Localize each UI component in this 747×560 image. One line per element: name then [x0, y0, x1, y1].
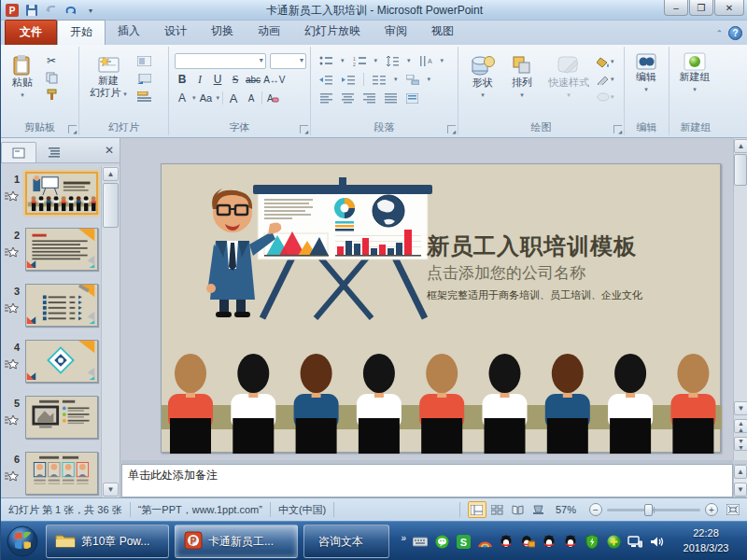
fit-to-window-icon[interactable]: [724, 501, 742, 518]
slideshow-view-icon[interactable]: [529, 501, 548, 518]
scroll-up-icon[interactable]: ▲: [734, 139, 747, 153]
ribbon-tab-视图[interactable]: 视图: [419, 20, 466, 45]
slide-thumbnail-1[interactable]: 1: [1, 170, 100, 218]
columns-icon[interactable]: [372, 72, 387, 87]
clipboard-dialog-launcher[interactable]: [68, 125, 77, 133]
qq-bag-tray-icon[interactable]: [520, 534, 535, 549]
panel-scroll-thumb[interactable]: [103, 183, 119, 228]
clear-formatting-icon[interactable]: A: [265, 91, 280, 105]
language-indicator[interactable]: 中文(中国): [278, 503, 326, 517]
panel-scroll-down-icon[interactable]: ▼: [103, 483, 119, 497]
align-center-icon[interactable]: [340, 91, 355, 105]
slide-title-text[interactable]: 新员工入职培训模板: [427, 231, 637, 261]
scroll-thumb[interactable]: [734, 154, 747, 186]
animation-star-icon[interactable]: [4, 358, 19, 372]
main-scrollbar[interactable]: ▲ ▼ ▲▲ ▼▼: [733, 138, 747, 460]
new-slide-button[interactable]: 新建 幻灯片 ▾: [85, 50, 132, 104]
slide-tagline-text[interactable]: 框架完整适用于商务培训、员工培训、企业文化: [427, 288, 642, 302]
justify-icon[interactable]: [383, 91, 398, 105]
reset-slide-icon[interactable]: [136, 71, 151, 86]
ribbon-tab-幻灯片放映[interactable]: 幻灯片放映: [292, 20, 373, 45]
layout-icon[interactable]: [136, 53, 151, 68]
panel-scrollbar[interactable]: ▲ ▼: [101, 166, 120, 497]
increase-indent-icon[interactable]: [341, 72, 356, 87]
notes-scrollbar[interactable]: ▲ ▼: [733, 464, 747, 497]
drawing-dialog-launcher[interactable]: [613, 125, 622, 133]
zoom-thumb[interactable]: [644, 504, 653, 516]
shape-effects-icon[interactable]: ▾: [597, 90, 614, 105]
slide-thumbnail-image[interactable]: [25, 228, 98, 271]
ribbon-tab-切换[interactable]: 切换: [199, 20, 246, 45]
qq-tray-icon[interactable]: [542, 534, 557, 549]
normal-view-icon[interactable]: [468, 501, 486, 518]
wechat-tray-icon[interactable]: [434, 534, 449, 549]
qq-tray-icon[interactable]: [563, 534, 578, 549]
clock[interactable]: 22:28 2018/3/23: [669, 525, 742, 555]
font-dialog-launcher[interactable]: [300, 125, 308, 133]
animation-star-icon[interactable]: [4, 302, 19, 316]
align-left-icon[interactable]: [318, 91, 333, 105]
slide-thumbnail-image[interactable]: [25, 340, 98, 383]
bold-button[interactable]: B: [175, 72, 190, 87]
shield-tray-icon[interactable]: [585, 534, 599, 549]
shrink-font-icon[interactable]: A: [244, 91, 259, 105]
keyboard-tray-icon[interactable]: [413, 534, 428, 549]
notes-scroll-down-icon[interactable]: ▼: [734, 483, 747, 497]
taskbar-button-3[interactable]: 咨询文本: [303, 525, 389, 558]
network-tray-icon[interactable]: [627, 534, 642, 549]
outline-tab[interactable]: [36, 142, 72, 162]
minimize-button[interactable]: –: [664, 0, 688, 16]
tray-chevron-icon[interactable]: »: [401, 533, 406, 543]
sogou-tray-icon[interactable]: S: [456, 534, 471, 549]
editing-button[interactable]: 编辑 ▾: [625, 47, 668, 95]
zoom-level[interactable]: 57%: [556, 504, 576, 515]
volume-tray-icon[interactable]: [649, 534, 664, 549]
arrange-button[interactable]: 排列 ▾: [503, 50, 541, 105]
slide-thumbnail-image[interactable]: [25, 172, 98, 215]
slide-thumbnail-5[interactable]: 5: [1, 394, 100, 442]
slide-thumbnail-image[interactable]: [25, 284, 98, 327]
slide-sorter-view-icon[interactable]: [488, 501, 507, 518]
ribbon-tab-开始[interactable]: 开始: [57, 20, 106, 45]
section-icon[interactable]: [136, 89, 151, 104]
slide-thumbnail-2[interactable]: 2: [1, 226, 100, 274]
qq-tray-icon[interactable]: [499, 534, 514, 549]
copy-icon[interactable]: [44, 70, 59, 85]
paste-button[interactable]: 粘贴 ▾: [5, 50, 40, 102]
strikethrough-button[interactable]: S: [228, 72, 243, 87]
quick-styles-button[interactable]: 快速样式 ▾: [543, 50, 595, 105]
zoom-track[interactable]: [607, 509, 700, 511]
taskbar-button-2[interactable]: P卡通新员工...: [175, 525, 298, 558]
slide-thumbnail-4[interactable]: 4: [1, 338, 100, 386]
slide-thumbnail-3[interactable]: 3: [1, 282, 100, 330]
rainbow-tray-icon[interactable]: [477, 534, 492, 549]
slide-thumbnail-6[interactable]: 6: [1, 450, 100, 497]
collapse-ribbon-icon[interactable]: ⌃: [715, 29, 723, 38]
new-group-button[interactable]: 新建组 ▾: [669, 47, 720, 95]
shape-outline-icon[interactable]: ▾: [597, 72, 614, 87]
text-direction-icon[interactable]: A: [418, 53, 433, 68]
restore-button[interactable]: ❐: [689, 0, 713, 16]
panel-close-icon[interactable]: ✕: [105, 144, 114, 157]
line-spacing-icon[interactable]: [385, 53, 400, 68]
slide-canvas[interactable]: 新员工入职培训模板 点击添加您的公司名称 框架完整适用于商务培训、员工培训、企业…: [161, 163, 721, 453]
underline-button[interactable]: U: [210, 72, 225, 87]
animation-star-icon[interactable]: [4, 414, 19, 428]
zoom-in-icon[interactable]: +: [705, 503, 718, 516]
shape-fill-icon[interactable]: ▾: [597, 54, 614, 69]
slide-subtitle-text[interactable]: 点击添加您的公司名称: [427, 262, 585, 284]
align-right-icon[interactable]: [361, 91, 376, 105]
start-button[interactable]: [5, 525, 40, 558]
numbering-icon[interactable]: 12: [352, 53, 367, 68]
file-tab[interactable]: 文件: [5, 20, 57, 45]
cut-icon[interactable]: ✂: [44, 53, 59, 68]
convert-smartart-icon[interactable]: [405, 72, 420, 87]
help-icon[interactable]: ?: [728, 26, 742, 40]
animation-star-icon[interactable]: [4, 246, 19, 260]
taskbar-button-1[interactable]: 第10章 Pow...: [46, 525, 169, 558]
text-shadow-icon[interactable]: A: [175, 91, 190, 105]
font-size-combo[interactable]: [270, 53, 306, 69]
abc-strike-icon[interactable]: abc: [246, 72, 261, 87]
shapes-button[interactable]: 形状 ▾: [464, 50, 501, 105]
next-slide-icon[interactable]: ▼▼: [734, 437, 747, 451]
